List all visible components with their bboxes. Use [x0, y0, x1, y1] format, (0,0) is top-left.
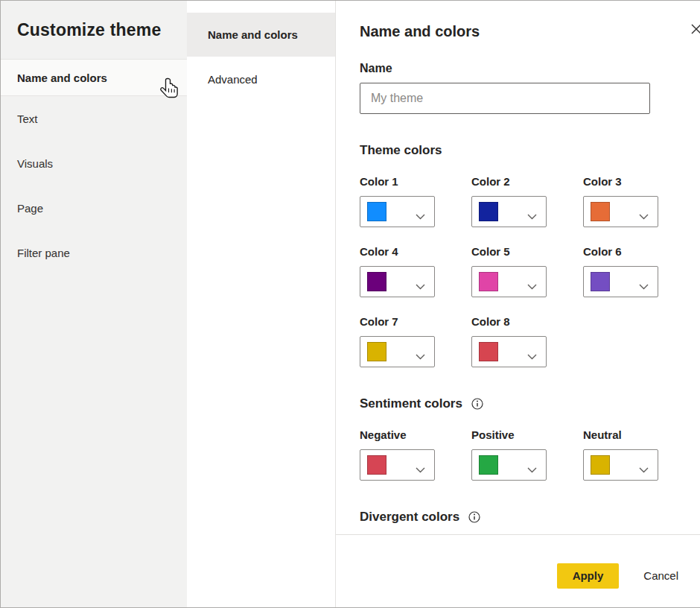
chevron-down-icon: [416, 463, 425, 476]
info-icon[interactable]: [468, 511, 480, 523]
chevron-down-icon: [527, 463, 537, 476]
color-2-swatch: [479, 202, 498, 221]
panel-content: Name and colors Name Theme colors Color …: [336, 1, 700, 534]
color-8-swatch: [479, 342, 498, 361]
sidebar-item-filter-pane[interactable]: Filter pane: [1, 230, 187, 275]
color-4-dropdown[interactable]: [360, 266, 435, 297]
sidebar-item-page[interactable]: Page: [1, 186, 187, 230]
tab-name-and-colors[interactable]: Name and colors: [187, 13, 335, 57]
color-8-label: Color 8: [471, 315, 583, 330]
chevron-down-icon: [527, 209, 537, 223]
color-picker-cell: Color 5: [471, 245, 583, 297]
primary-nav: Customize theme Name and colors Text Vis…: [1, 1, 187, 607]
color-4-label: Color 4: [360, 245, 471, 260]
color-2-dropdown[interactable]: [471, 196, 547, 227]
color-3-swatch: [591, 202, 610, 221]
color-1-swatch: [367, 202, 386, 221]
divergent-colors-heading-text: Divergent colors: [360, 510, 459, 525]
color-7-label: Color 7: [360, 315, 471, 330]
color-5-dropdown[interactable]: [471, 266, 547, 297]
divergent-colors-heading: Divergent colors: [360, 509, 695, 525]
color-picker-cell: Color 1: [360, 175, 471, 227]
sentiment-colors-heading: Sentiment colors: [360, 396, 695, 412]
chevron-down-icon: [416, 349, 425, 363]
apply-button[interactable]: Apply: [557, 563, 620, 589]
customize-theme-dialog: Customize theme Name and colors Text Vis…: [0, 0, 700, 608]
chevron-down-icon: [639, 463, 649, 476]
color-4-swatch: [367, 272, 386, 291]
chevron-down-icon: [527, 279, 537, 293]
sidebar-item-label: Visuals: [17, 157, 53, 170]
cancel-button[interactable]: Cancel: [643, 569, 678, 582]
sidebar-item-label: Filter pane: [17, 247, 70, 259]
name-and-colors-panel: Name and colors Name Theme colors Color …: [336, 1, 700, 607]
sidebar-item-name-and-colors[interactable]: Name and colors: [1, 59, 187, 96]
chevron-down-icon: [527, 349, 537, 363]
sentiment-colors-heading-text: Sentiment colors: [360, 396, 462, 411]
color-3-label: Color 3: [583, 175, 695, 190]
tab-label: Name and colors: [208, 28, 298, 41]
sidebar-item-label: Text: [17, 113, 38, 125]
color-picker-cell: Negative: [360, 428, 471, 481]
negative-label: Negative: [360, 428, 471, 443]
theme-colors-heading-text: Theme colors: [360, 143, 442, 158]
positive-label: Positive: [471, 428, 583, 443]
theme-name-input[interactable]: [360, 83, 650, 114]
color-picker-cell: Color 4: [360, 245, 471, 297]
sidebar-item-label: Name and colors: [17, 72, 107, 84]
sidebar-item-label: Page: [17, 202, 43, 215]
color-2-label: Color 2: [471, 175, 583, 190]
chevron-down-icon: [639, 279, 649, 293]
close-icon[interactable]: [689, 22, 700, 37]
color-5-label: Color 5: [471, 245, 583, 260]
color-picker-cell: Color 8: [471, 315, 583, 367]
color-picker-cell: Color 6: [583, 245, 695, 297]
color-1-label: Color 1: [360, 175, 471, 190]
panel-title: Name and colors: [360, 22, 695, 41]
color-picker-cell: Neutral: [583, 428, 695, 481]
neutral-color-dropdown[interactable]: [583, 449, 658, 481]
dialog-footer: Apply Cancel: [336, 534, 700, 607]
chevron-down-icon: [416, 279, 425, 293]
name-field-label: Name: [360, 62, 695, 77]
color-3-dropdown[interactable]: [583, 196, 658, 227]
theme-colors-heading: Theme colors: [360, 142, 695, 159]
tab-label: Advanced: [208, 73, 258, 86]
chevron-down-icon: [639, 209, 649, 223]
color-picker-cell: Color 2: [471, 175, 583, 227]
sidebar-item-visuals[interactable]: Visuals: [1, 141, 187, 186]
color-picker-cell: Positive: [471, 428, 583, 481]
theme-colors-grid: Color 1 Color 2 Color 3: [360, 175, 695, 367]
dialog-title: Customize theme: [1, 1, 187, 59]
color-6-swatch: [591, 272, 610, 291]
chevron-down-icon: [416, 209, 425, 223]
color-6-dropdown[interactable]: [583, 266, 658, 297]
positive-swatch: [479, 455, 498, 475]
color-picker-cell: Color 3: [583, 175, 695, 227]
negative-swatch: [367, 455, 386, 475]
color-7-swatch: [367, 342, 386, 361]
sidebar-item-text[interactable]: Text: [1, 96, 187, 141]
neutral-swatch: [591, 455, 610, 475]
color-8-dropdown[interactable]: [471, 336, 547, 367]
negative-color-dropdown[interactable]: [360, 449, 435, 481]
neutral-label: Neutral: [583, 428, 695, 443]
sentiment-colors-grid: Negative Positive Neutral: [360, 428, 695, 481]
positive-color-dropdown[interactable]: [471, 449, 547, 481]
color-5-swatch: [479, 272, 498, 291]
tab-advanced[interactable]: Advanced: [187, 57, 335, 101]
color-6-label: Color 6: [583, 245, 695, 260]
color-1-dropdown[interactable]: [360, 196, 435, 227]
color-picker-cell: Color 7: [360, 315, 471, 367]
secondary-nav: Name and colors Advanced: [187, 1, 336, 607]
color-7-dropdown[interactable]: [360, 336, 435, 367]
info-icon[interactable]: [471, 398, 483, 410]
